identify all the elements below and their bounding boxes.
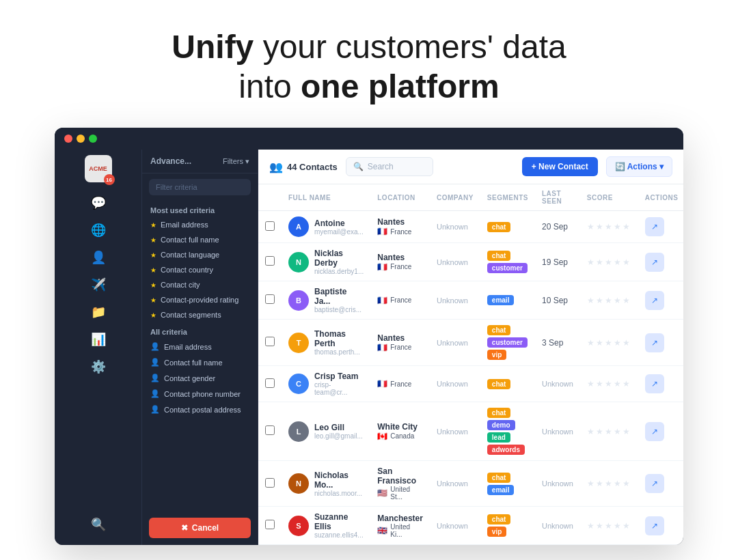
row-checkbox[interactable] xyxy=(265,256,275,266)
table-row: N Nicholas Mo... nicholas.moor... San Fr… xyxy=(258,461,683,507)
actions-button[interactable]: 🔄 Actions ▾ xyxy=(606,156,672,177)
contact-location-cell: 🇫🇷 France xyxy=(370,366,430,402)
contact-score-cell: ★★★★★ xyxy=(580,402,638,461)
segment-tags: chatcustomer xyxy=(487,251,528,273)
contact-action-button[interactable]: ↗ xyxy=(645,474,664,493)
segment-tag-adwords: adwords xyxy=(487,445,525,455)
filter-item-gender-all[interactable]: 👤 Contact gender xyxy=(142,370,258,386)
row-checkbox-cell[interactable] xyxy=(258,507,282,545)
contact-lastseen: Unknown xyxy=(542,380,573,388)
search-box[interactable]: 🔍 xyxy=(346,157,433,176)
row-checkbox-cell[interactable] xyxy=(258,281,282,320)
filter-item-rating-starred[interactable]: ★ Contact-provided rating xyxy=(142,292,258,307)
filter-item-country-starred[interactable]: ★ Contact country xyxy=(142,262,258,277)
segment-tags: email xyxy=(487,295,528,305)
sidebar-icon-globe[interactable]: 🌐 xyxy=(86,218,111,242)
row-checkbox[interactable] xyxy=(265,221,275,231)
contact-action-cell[interactable]: ↗ xyxy=(638,366,683,402)
filters-button[interactable]: Filters ▾ xyxy=(223,157,249,166)
contact-action-button[interactable]: ↗ xyxy=(645,291,664,310)
filter-item-segments-starred[interactable]: ★ Contact segments xyxy=(142,307,258,322)
filter-item-city-starred[interactable]: ★ Contact city xyxy=(142,277,258,292)
contact-location-cell: San Fransisco 🇺🇸 United St... xyxy=(370,461,430,507)
filter-item-fullname-all[interactable]: 👤 Contact full name xyxy=(142,354,258,370)
sidebar-icon-search[interactable]: 🔍 xyxy=(86,512,111,537)
person-icon: 👤 xyxy=(150,405,160,414)
person-icon: 👤 xyxy=(150,389,160,398)
row-checkbox-cell[interactable] xyxy=(258,366,282,402)
filter-item-fullname-starred[interactable]: ★ Contact full name xyxy=(142,232,258,247)
filter-search-input[interactable] xyxy=(149,179,251,195)
sidebar-icon-chat[interactable]: 💬 xyxy=(86,191,111,215)
contact-email: suzanne.ellis4... xyxy=(314,531,364,539)
contact-action-button[interactable]: ↗ xyxy=(645,516,664,535)
filter-item-postal-all[interactable]: 👤 Contact postal address xyxy=(142,402,258,417)
sidebar-icon-contacts[interactable]: 👤 xyxy=(86,245,111,270)
all-criteria-section-title: All criteria xyxy=(142,322,258,339)
contact-action-button[interactable]: ↗ xyxy=(645,253,664,272)
contact-country: France xyxy=(390,228,411,236)
contact-email: myemail@exa... xyxy=(314,228,364,236)
row-checkbox-cell[interactable] xyxy=(258,461,282,507)
logo-badge[interactable]: ACME 16 xyxy=(85,155,112,182)
contact-action-cell[interactable]: ↗ xyxy=(638,320,683,366)
sidebar-icon-files[interactable]: 📁 xyxy=(86,300,111,324)
contact-name: Suzanne Ellis xyxy=(314,512,364,531)
contact-action-button[interactable]: ↗ xyxy=(645,333,664,352)
sidebar-icon-campaigns[interactable]: ✈️ xyxy=(86,272,111,297)
most-used-section-title: Most used criteria xyxy=(142,201,258,217)
avatar: T xyxy=(288,333,309,353)
contact-action-cell[interactable]: ↗ xyxy=(638,211,683,243)
window-close-dot[interactable] xyxy=(64,135,72,143)
window-minimize-dot[interactable] xyxy=(77,135,85,143)
contact-score-cell: ★★★★★ xyxy=(580,281,638,320)
row-checkbox[interactable] xyxy=(265,294,275,304)
flag-icon: 🇺🇸 xyxy=(377,488,387,498)
contacts-table-element: FULL NAME LOCATION COMPANY SEGMENTS LAST… xyxy=(258,184,683,545)
contact-email: baptiste@cris... xyxy=(314,306,364,313)
segment-tag-customer: customer xyxy=(487,337,528,348)
logo-text: ACME xyxy=(89,166,107,172)
contact-action-cell[interactable]: ↗ xyxy=(638,461,683,507)
row-checkbox-cell[interactable] xyxy=(258,320,282,366)
new-contact-button[interactable]: + New Contact xyxy=(522,157,598,176)
contact-company-cell: Unknown xyxy=(430,243,480,281)
contact-action-button[interactable]: ↗ xyxy=(645,374,664,393)
filter-item-email-starred[interactable]: ★ Email address xyxy=(142,217,258,232)
window-maximize-dot[interactable] xyxy=(89,135,97,143)
contact-email: crisp-team@cr... xyxy=(314,381,364,396)
row-checkbox[interactable] xyxy=(265,425,275,435)
col-company: COMPANY xyxy=(430,184,480,211)
contact-action-button[interactable]: ↗ xyxy=(645,217,664,236)
app-window: ACME 16 💬 🌐 👤 ✈️ 📁 📊 ⚙️ 🔍 Advance... Fil… xyxy=(55,128,683,545)
row-checkbox[interactable] xyxy=(265,337,275,346)
sidebar-icon-settings[interactable]: ⚙️ xyxy=(86,354,111,379)
cancel-button[interactable]: ✖ Cancel xyxy=(149,518,251,538)
row-checkbox-cell[interactable] xyxy=(258,402,282,461)
contact-action-button[interactable]: ↗ xyxy=(645,422,664,441)
flag-icon: 🇫🇷 xyxy=(377,379,387,389)
contact-action-cell[interactable]: ↗ xyxy=(638,281,683,320)
contact-action-cell[interactable]: ↗ xyxy=(638,402,683,461)
filter-item-language-starred[interactable]: ★ Contact language xyxy=(142,247,258,262)
row-checkbox-cell[interactable] xyxy=(258,211,282,243)
row-checkbox[interactable] xyxy=(265,378,275,388)
search-input[interactable] xyxy=(368,162,426,171)
star-icon: ★ xyxy=(150,311,156,319)
contact-country: United St... xyxy=(390,486,423,501)
filter-item-phone-all[interactable]: 👤 Contact phone number xyxy=(142,386,258,402)
contact-name: Antoine xyxy=(314,219,364,228)
contact-lastseen-cell: Unknown xyxy=(535,402,580,461)
row-checkbox[interactable] xyxy=(265,478,275,488)
filter-header: Advance... Filters ▾ xyxy=(142,150,258,173)
row-checkbox-cell[interactable] xyxy=(258,243,282,281)
contact-stars: ★★★★★ xyxy=(587,296,631,305)
contact-stars: ★★★★★ xyxy=(587,379,631,389)
contact-segments-cell: email xyxy=(480,281,535,320)
sidebar-icon-analytics[interactable]: 📊 xyxy=(86,327,111,352)
filter-item-email-all[interactable]: 👤 Email address xyxy=(142,339,258,354)
segment-tag-vip: vip xyxy=(487,350,506,360)
contact-action-cell[interactable]: ↗ xyxy=(638,243,683,281)
contact-action-cell[interactable]: ↗ xyxy=(638,507,683,545)
row-checkbox[interactable] xyxy=(265,520,275,529)
